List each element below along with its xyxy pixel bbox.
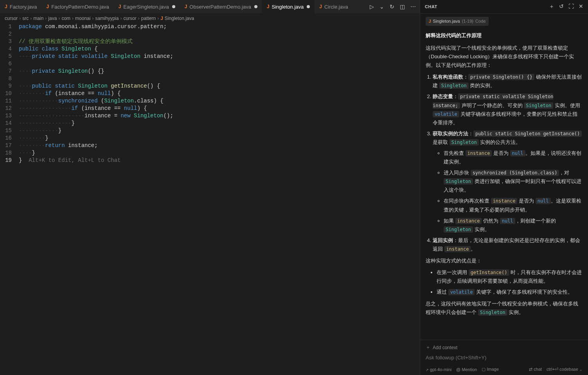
codebase-button[interactable]: ctrl+⏎ codebase ⌄ — [547, 367, 583, 372]
refresh-icon[interactable]: ↻ — [390, 4, 394, 10]
tab-actions: ▷ ⌄ ↻ ◫ ⋯ — [366, 4, 420, 10]
chat-input[interactable] — [426, 353, 583, 362]
chat-input-area: ＋Add context — [420, 340, 588, 364]
model-selector[interactable]: ↗ gpt-4o-mini — [426, 367, 451, 372]
mention-button[interactable]: @ Mention — [456, 367, 477, 372]
expand-icon[interactable]: ⛶ — [568, 3, 574, 10]
tab-observer-demo[interactable]: JObserverPatternDemo.java — [180, 0, 262, 13]
tab-eager-singleton[interactable]: JEagerSingleton.java — [114, 0, 180, 13]
code-editor[interactable]: 1package com.moonai.samihyypia.cursor.pa… — [0, 23, 420, 375]
editor-pane: JFactory.java JFactoryPatternDemo.java J… — [0, 0, 420, 375]
chat-intro: 这段代码实现了一个线程安全的单例模式，使用了双重检查锁定（Double-Chec… — [426, 44, 583, 70]
new-chat-icon[interactable]: ＋ — [549, 3, 554, 10]
chat-explanation-list: 私有构造函数：private Singleton() {} 确保外部无法直接创建… — [433, 73, 583, 253]
chat-mode[interactable]: ⇄ chat — [529, 367, 542, 372]
caret-down-icon[interactable]: ⌄ — [379, 4, 384, 10]
breadcrumb[interactable]: cursor› src› main› java› com› moonai› sa… — [0, 14, 420, 23]
more-icon[interactable]: ⋯ — [410, 4, 416, 10]
chat-footer: ↗ gpt-4o-mini @ Mention ▢ Image ⇄ chat c… — [420, 364, 588, 375]
chat-pane: CHAT ＋ ↺ ⛶ ✕ J Singleton.java (1-19) Cod… — [420, 0, 588, 375]
chat-question: 解释这段代码的工作原理 — [426, 31, 583, 40]
tab-circle[interactable]: JCircle.java — [315, 0, 352, 13]
image-button[interactable]: ▢ Image — [482, 367, 499, 372]
tab-factory-demo[interactable]: JFactoryPatternDemo.java — [42, 0, 114, 13]
tab-factory[interactable]: JFactory.java — [0, 0, 42, 13]
split-icon[interactable]: ◫ — [400, 4, 405, 10]
chat-header: CHAT ＋ ↺ ⛶ ✕ — [420, 0, 588, 14]
history-icon[interactable]: ↺ — [559, 3, 564, 10]
chat-body[interactable]: J Singleton.java (1-19) Code 解释这段代码的工作原理… — [420, 14, 588, 340]
close-icon[interactable]: ✕ — [579, 3, 583, 10]
run-icon[interactable]: ▷ — [370, 4, 374, 10]
context-chip[interactable]: J Singleton.java (1-19) Code — [426, 17, 489, 26]
plus-icon: ＋ — [426, 344, 430, 351]
chat-title: CHAT — [425, 4, 437, 9]
inline-hint: Alt+K to Edit, Alt+L to Chat — [29, 157, 120, 163]
tab-bar: JFactory.java JFactoryPatternDemo.java J… — [0, 0, 420, 14]
add-context-button[interactable]: ＋Add context — [426, 344, 583, 351]
tab-singleton[interactable]: JSingleton.java — [262, 0, 315, 13]
